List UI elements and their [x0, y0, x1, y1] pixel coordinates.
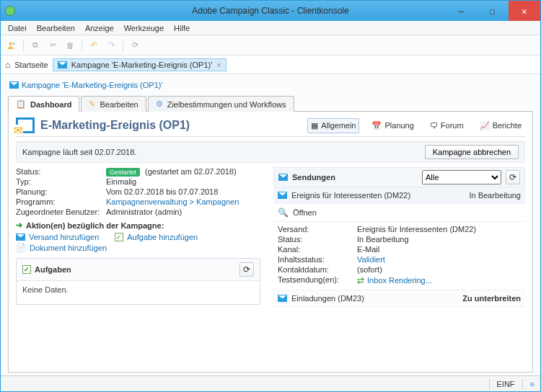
menu-file[interactable]: Datei	[4, 22, 31, 34]
value-contentstatus[interactable]: Validiert	[357, 255, 521, 264]
campaign-title: E-Marketing-Ereignis (OP1)	[40, 119, 190, 132]
nav-tab-close[interactable]: ×	[216, 61, 221, 69]
cancel-campaign-button[interactable]: Kampagne abbrechen	[425, 145, 519, 159]
status-badge: Gestartet	[106, 168, 140, 177]
document-icon: 📄	[16, 243, 26, 252]
menu-view[interactable]: Anzeige	[81, 22, 118, 34]
arrow-icon: ➔	[16, 220, 22, 230]
label-dstatus: Status:	[278, 235, 357, 244]
tab-targeting-label: Zielbestimmungen und Workflows	[167, 100, 286, 109]
delete-button[interactable]: 🗑	[62, 37, 78, 53]
window-title: Adobe Campaign Classic - Clientkonsole	[192, 6, 348, 16]
label-owner: Zugeordneter Benutzer:	[16, 208, 106, 216]
subnav-reports[interactable]: 📈Berichte	[476, 118, 525, 133]
label-testsends: Testsendung(en):	[278, 275, 357, 285]
person-add-icon: +	[7, 41, 16, 50]
delivery-row[interactable]: Einladungen (DM23) Zu unterbreiten	[273, 290, 525, 307]
dashboard-panel: E-Marketing-Ereignis (OP1) ▦Allgemein 📅P…	[8, 112, 533, 373]
envelope-icon	[9, 81, 19, 89]
window-close-button[interactable]: ✕	[509, 1, 540, 21]
main-tabs: 📋 Dashboard ✎ Bearbeiten ⚙ Zielbestimmun…	[8, 95, 533, 112]
tab-edit[interactable]: ✎ Bearbeiten	[81, 96, 146, 112]
subnav-forum[interactable]: 🗨Forum	[426, 118, 467, 133]
value-type: Einmalig	[106, 177, 260, 186]
info-icon: ▦	[311, 121, 318, 130]
info-grid: Status: Gestartet (gestartet am 02.07.20…	[16, 167, 260, 216]
menubar: Datei Bearbeiten Anzeige Werkzeuge Hilfe	[1, 21, 540, 35]
svg-point-0	[9, 42, 12, 45]
statusbar: EINF ≡	[1, 375, 540, 391]
add-document-link[interactable]: 📄 Dokument hinzufügen	[16, 243, 107, 252]
label-channel: Kanal:	[278, 245, 357, 254]
inbox-render-icon: ⇄	[357, 275, 364, 285]
home-link[interactable]: Startseite	[14, 61, 48, 69]
delivery-row[interactable]: Ereignis für Interessenten (DM22) In Bea…	[273, 187, 525, 204]
right-column: Sendungen Alle ⟳ Ereignis für Intere	[273, 167, 525, 307]
open-row[interactable]: 🔍 Öffnen	[273, 204, 525, 222]
subnav-general[interactable]: ▦Allgemein	[307, 118, 359, 133]
campaign-actions-header: ➔ Aktion(en) bezüglich der Kampagne:	[16, 220, 260, 230]
deliveries-refresh-button[interactable]: ⟳	[506, 170, 520, 184]
app-window: Adobe Campaign Classic - Clientkonsole —…	[0, 0, 541, 392]
insert-mode: EINF	[497, 380, 515, 388]
window-minimize-button[interactable]: —	[445, 1, 477, 21]
cut-button[interactable]: ✂	[45, 37, 61, 53]
pencil-icon: ✎	[89, 99, 95, 109]
envelope-icon	[278, 295, 287, 302]
left-column: Status: Gestartet (gestartet am 02.07.20…	[16, 167, 260, 307]
value-status: Gestartet (gestartet am 02.07.2018)	[106, 167, 260, 176]
envelope-icon	[278, 192, 287, 199]
open-label: Öffnen	[293, 208, 317, 217]
window-maximize-button[interactable]: ☐	[477, 1, 509, 21]
menu-edit[interactable]: Bearbeiten	[32, 22, 79, 34]
value-program[interactable]: Kampagnenverwaltung > Kampagnen	[106, 197, 260, 206]
check-icon: ✓	[22, 265, 31, 274]
breadcrumb-link[interactable]: Kampagne 'E-Marketing-Ereignis (OP1)'	[22, 81, 163, 89]
add-button[interactable]: +	[4, 37, 19, 53]
envelope-icon	[278, 174, 288, 181]
add-delivery-link[interactable]: Versand hinzufügen	[16, 233, 99, 241]
label-delivery: Versand:	[278, 225, 357, 233]
undo-button[interactable]: ↶	[86, 37, 102, 53]
menu-tools[interactable]: Werkzeuge	[120, 22, 168, 34]
refresh-button[interactable]: ⟳	[127, 37, 143, 53]
svg-text:+: +	[13, 41, 16, 45]
home-icon: ⌂	[5, 60, 10, 70]
tasks-refresh-button[interactable]: ⟳	[239, 262, 254, 277]
status-line: Kampagne läuft seit 02.07.2018. Kampagne…	[16, 141, 525, 163]
value-contactdate: (sofort)	[357, 265, 521, 274]
add-task-link[interactable]: ✓ Aufgabe hinzufügen	[115, 233, 198, 241]
breadcrumb: Kampagne 'E-Marketing-Ereignis (OP1)'	[8, 79, 533, 94]
tab-targeting[interactable]: ⚙ Zielbestimmungen und Workflows	[148, 96, 294, 112]
workflow-icon: ⚙	[156, 99, 163, 109]
nav-tab-campaign[interactable]: Kampagne 'E-Marketing-Ereignis (OP1)' ×	[53, 58, 226, 71]
tasks-box: ✓ Aufgaben ⟳ Keine Daten.	[16, 258, 260, 305]
redo-button[interactable]: ↷	[103, 37, 119, 53]
label-program: Programm:	[16, 197, 106, 206]
tasks-body: Keine Daten.	[17, 281, 260, 304]
delivery-details: Versand: Ereignis für Interessenten (DM2…	[273, 222, 525, 290]
menu-help[interactable]: Hilfe	[170, 22, 194, 34]
value-dstatus: In Bearbeitung	[357, 235, 521, 244]
value-testsends[interactable]: ⇄ Inbox Rendering...	[357, 275, 521, 285]
campaign-icon	[16, 117, 35, 133]
tab-dashboard[interactable]: 📋 Dashboard	[8, 96, 79, 112]
envelope-icon	[16, 233, 25, 241]
chart-icon: 📈	[480, 121, 490, 130]
value-channel: E-Mail	[357, 245, 521, 254]
copy-button[interactable]: ⧉	[27, 37, 43, 53]
label-planning: Planung:	[16, 187, 106, 196]
tab-edit-label: Bearbeiten	[100, 100, 138, 109]
dashboard-icon: 📋	[16, 99, 26, 109]
deliveries-title: Sendungen	[292, 173, 335, 182]
envelope-icon	[58, 61, 67, 68]
label-status: Status:	[16, 167, 106, 176]
subnav-planning[interactable]: 📅Planung	[368, 118, 417, 133]
value-delivery: Ereignis für Interessenten (DM22)	[357, 225, 521, 233]
search-icon: 🔍	[278, 208, 289, 218]
tab-dashboard-label: Dashboard	[30, 100, 71, 109]
deliveries-filter-select[interactable]: Alle	[422, 170, 501, 184]
label-contactdate: Kontaktdatum:	[278, 265, 357, 274]
toolbar: + ⧉ ✂ 🗑 ↶ ↷ ⟳	[1, 35, 540, 55]
nav-tab-label: Kampagne 'E-Marketing-Ereignis (OP1)'	[71, 61, 213, 69]
